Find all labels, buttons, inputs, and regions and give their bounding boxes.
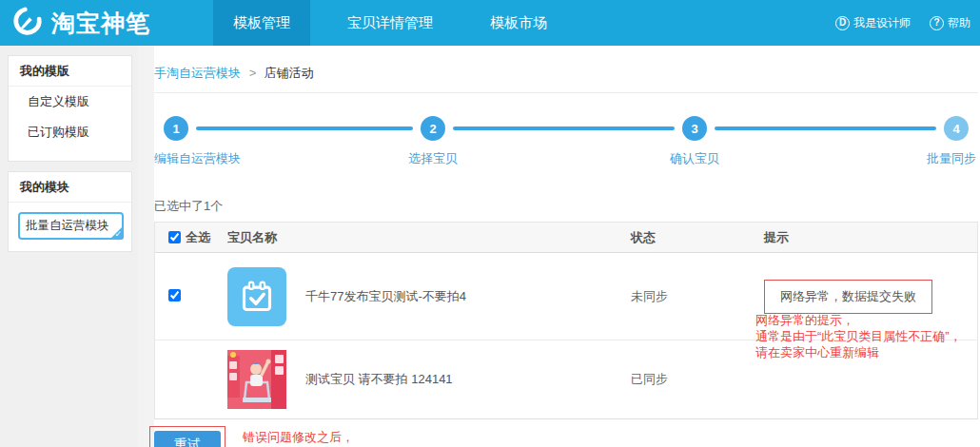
app-logo[interactable]: 淘宝神笔 [0, 5, 167, 41]
step-connector [453, 126, 675, 130]
calendar-check-icon [227, 267, 286, 326]
help-question-icon: ? [930, 16, 944, 30]
main-nav: 模板管理 宝贝详情管理 模板市场 [213, 0, 567, 46]
nav-tab-item-detail-management[interactable]: 宝贝详情管理 [327, 0, 453, 46]
retry-button[interactable]: 重试 [154, 431, 221, 447]
select-all-label: 全选 [186, 229, 210, 246]
status-label: 未同步 [617, 288, 751, 305]
help-link[interactable]: ? 帮助 [930, 15, 970, 31]
status-label: 已同步 [617, 371, 751, 388]
breadcrumb-separator: > [249, 66, 257, 80]
column-header-tip: 提示 [751, 229, 977, 246]
designer-badge-icon: D [835, 16, 850, 30]
step-connector [715, 126, 936, 130]
divider [154, 92, 978, 93]
check-icon: ✓ [114, 229, 122, 239]
tip-error-box: 网络异常，数据提交失败 [764, 280, 932, 314]
designer-link[interactable]: D 我是设计师 [835, 15, 911, 31]
table-row: 千牛77发布宝贝测试-不要拍4 未同步 网络异常，数据提交失败 网络异常的提示，… [155, 253, 977, 340]
nav-tab-template-market[interactable]: 模板市场 [470, 0, 567, 46]
header-right: D 我是设计师 ? 帮助 [835, 15, 980, 31]
step-4-label: 批量同步 [927, 150, 976, 167]
tip-note-line: 请在卖家中心重新编辑 [755, 344, 962, 360]
retry-annotation-note: 错误问题修改之后， 可点击重试 [243, 429, 354, 447]
tip-note-line: 通常是由于“此宝贝类目属性不正确”， [755, 328, 962, 344]
brush-logo-icon [11, 5, 44, 41]
step-4-circle: 4 [944, 116, 969, 141]
sidebar-section-my-modules: 我的模块 批量自运营模块 ✓ [8, 171, 132, 252]
app-title: 淘宝神笔 [51, 8, 150, 39]
select-all-checkbox[interactable] [168, 231, 181, 243]
nav-tab-template-management[interactable]: 模板管理 [213, 0, 310, 46]
breadcrumb: 手淘自运营模块 > 店铺活动 [154, 46, 980, 82]
product-photo [227, 350, 286, 409]
sidebar-section-my-templates: 我的模版 自定义模版 已订购模版 [8, 55, 132, 162]
retry-note-line: 错误问题修改之后， [243, 429, 354, 445]
sidebar-item-custom-templates[interactable]: 自定义模版 [9, 87, 131, 117]
sidebar-item-batch-self-operation-module[interactable]: 批量自运营模块 ✓ [18, 212, 124, 240]
breadcrumb-current: 店铺活动 [265, 66, 314, 80]
sidebar-section-title: 我的模块 [9, 172, 131, 203]
tip-annotation-note: 网络异常的提示， 通常是由于“此宝贝类目属性不正确”， 请在卖家中心重新编辑 [755, 312, 962, 360]
top-header: 淘宝神笔 模板管理 宝贝详情管理 模板市场 D 我是设计师 ? 帮助 [0, 0, 980, 46]
goods-table: 全选 宝贝名称 状态 提示 千牛77发布宝贝测试-不要拍4 [154, 222, 978, 419]
row-select-cell [155, 288, 214, 305]
step-connector [196, 126, 413, 130]
product-name-cell: 测试宝贝 请不要拍 124141 [214, 350, 617, 409]
column-header-name: 宝贝名称 [214, 229, 617, 246]
product-name-cell: 千牛77发布宝贝测试-不要拍4 [214, 267, 617, 326]
step-wizard: 1 2 3 4 编辑自运营模块 选择宝贝 确认宝贝 批量同步 [154, 116, 980, 179]
sidebar-section-title: 我的模版 [9, 56, 131, 87]
help-label: 帮助 [948, 15, 970, 31]
step-3-circle: 3 [682, 116, 707, 141]
main-content: 手淘自运营模块 > 店铺活动 1 2 3 4 编辑自运营模块 选择宝贝 确认宝贝… [154, 46, 980, 447]
tip-note-line: 网络异常的提示， [755, 312, 962, 328]
retry-annotation-rect: 重试 [149, 426, 225, 447]
module-item-label: 批量自运营模块 [26, 219, 109, 232]
step-2-label: 选择宝贝 [408, 150, 458, 167]
sidebar-item-subscribed-templates[interactable]: 已订购模版 [9, 117, 131, 147]
designer-label: 我是设计师 [853, 15, 911, 31]
breadcrumb-link-module[interactable]: 手淘自运营模块 [154, 66, 241, 80]
row-checkbox[interactable] [168, 289, 181, 301]
step-3-label: 确认宝贝 [670, 150, 719, 167]
step-1-circle: 1 [164, 116, 188, 141]
tip-cell: 网络异常，数据提交失败 网络异常的提示， 通常是由于“此宝贝类目属性不正确”， … [751, 253, 977, 340]
step-2-circle: 2 [421, 116, 445, 141]
product-name[interactable]: 测试宝贝 请不要拍 124141 [305, 371, 453, 388]
table-header-row: 全选 宝贝名称 状态 提示 [155, 223, 977, 253]
select-all-cell: 全选 [155, 229, 214, 246]
selection-summary: 已选中了1个 [154, 198, 980, 215]
sidebar: 我的模版 自定义模版 已订购模版 我的模块 批量自运营模块 ✓ [0, 46, 138, 447]
product-name[interactable]: 千牛77发布宝贝测试-不要拍4 [305, 288, 466, 305]
column-header-status: 状态 [617, 229, 751, 246]
retry-section: 重试 错误问题修改之后， 可点击重试 [154, 426, 980, 447]
step-1-label: 编辑自运营模块 [154, 150, 241, 167]
